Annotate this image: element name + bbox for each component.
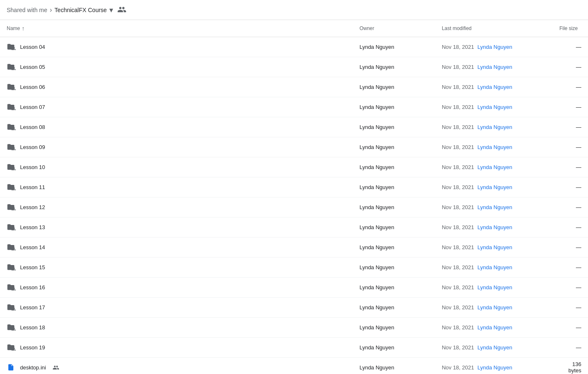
shared-folder-icon <box>7 303 15 311</box>
file-size: — <box>553 337 588 357</box>
file-owner: Lynda Nguyen <box>353 317 435 337</box>
file-name-cell: Lesson 16 <box>7 283 346 291</box>
file-name-cell: Lesson 08 <box>7 123 346 131</box>
file-modified: Nov 18, 2021Lynda Nguyen <box>435 237 553 257</box>
file-modified: Nov 18, 2021Lynda Nguyen <box>435 317 553 337</box>
file-owner: Lynda Nguyen <box>353 37 435 57</box>
table-row[interactable]: Lesson 09Lynda NguyenNov 18, 2021Lynda N… <box>0 137 588 157</box>
shared-folder-icon <box>7 283 15 291</box>
shared-people-icon[interactable] <box>117 5 126 15</box>
table-row[interactable]: Lesson 04Lynda NguyenNov 18, 2021Lynda N… <box>0 37 588 57</box>
file-size: — <box>553 57 588 77</box>
modified-date-text: Nov 18, 2021 <box>442 104 474 110</box>
shared-folder-icon <box>7 63 15 71</box>
file-owner: Lynda Nguyen <box>353 57 435 77</box>
column-header-size[interactable]: File size <box>553 20 588 37</box>
breadcrumb-current-folder: TechnicalFX Course ▾ <box>55 5 113 15</box>
file-name-text: Lesson 10 <box>20 164 45 170</box>
shared-folder-icon <box>7 323 15 331</box>
modified-by-text: Lynda Nguyen <box>477 284 512 291</box>
table-row[interactable]: Lesson 15Lynda NguyenNov 18, 2021Lynda N… <box>0 257 588 277</box>
modified-date-text: Nov 18, 2021 <box>442 304 474 311</box>
modified-by-text: Lynda Nguyen <box>477 324 512 331</box>
table-row[interactable]: Lesson 19Lynda NguyenNov 18, 2021Lynda N… <box>0 337 588 357</box>
file-name-text: Lesson 12 <box>20 204 45 210</box>
file-modified: Nov 18, 2021Lynda Nguyen <box>435 337 553 357</box>
file-modified: Nov 18, 2021Lynda Nguyen <box>435 357 553 374</box>
file-name-cell: Lesson 14 <box>7 243 346 251</box>
modified-date-text: Nov 18, 2021 <box>442 244 474 250</box>
modified-by-text: Lynda Nguyen <box>477 184 512 190</box>
table-row[interactable]: Lesson 12Lynda NguyenNov 18, 2021Lynda N… <box>0 197 588 217</box>
modified-date-text: Nov 18, 2021 <box>442 184 474 190</box>
table-row[interactable]: Lesson 08Lynda NguyenNov 18, 2021Lynda N… <box>0 117 588 137</box>
table-row[interactable]: Lesson 10Lynda NguyenNov 18, 2021Lynda N… <box>0 157 588 177</box>
modified-by-text: Lynda Nguyen <box>477 44 512 50</box>
file-modified: Nov 18, 2021Lynda Nguyen <box>435 177 553 197</box>
file-owner: Lynda Nguyen <box>353 117 435 137</box>
file-list-table: Name ↑ Owner Last modified File size Les… <box>0 20 588 374</box>
file-name-text: Lesson 14 <box>20 244 45 250</box>
file-name-text: Lesson 05 <box>20 64 45 70</box>
shared-folder-icon <box>7 223 15 231</box>
shared-folder-icon <box>7 143 15 151</box>
file-name-cell: Lesson 10 <box>7 163 346 171</box>
file-name-text: Lesson 06 <box>20 84 45 90</box>
table-row[interactable]: Lesson 11Lynda NguyenNov 18, 2021Lynda N… <box>0 177 588 197</box>
shared-folder-icon <box>7 203 15 211</box>
breadcrumb-chevron-icon: › <box>50 6 52 14</box>
file-owner: Lynda Nguyen <box>353 277 435 297</box>
breadcrumb-parent-link[interactable]: Shared with me <box>7 7 47 13</box>
file-size: — <box>553 37 588 57</box>
file-name-cell: Lesson 19 <box>7 343 346 351</box>
file-size: — <box>553 157 588 177</box>
table-row[interactable]: desktop.ini Lynda NguyenNov 18, 2021Lynd… <box>0 357 588 374</box>
file-name-text: Lesson 18 <box>20 324 45 331</box>
table-row[interactable]: Lesson 13Lynda NguyenNov 18, 2021Lynda N… <box>0 217 588 237</box>
modified-by-text: Lynda Nguyen <box>477 164 512 170</box>
modified-date-text: Nov 18, 2021 <box>442 84 474 90</box>
file-modified: Nov 18, 2021Lynda Nguyen <box>435 157 553 177</box>
file-name-cell: Lesson 12 <box>7 203 346 211</box>
column-header-modified[interactable]: Last modified <box>435 20 553 37</box>
file-name-text: Lesson 08 <box>20 124 45 130</box>
file-size: — <box>553 177 588 197</box>
table-row[interactable]: Lesson 05Lynda NguyenNov 18, 2021Lynda N… <box>0 57 588 77</box>
file-modified: Nov 18, 2021Lynda Nguyen <box>435 117 553 137</box>
file-size: — <box>553 217 588 237</box>
file-owner: Lynda Nguyen <box>353 137 435 157</box>
modified-date-text: Nov 18, 2021 <box>442 224 474 230</box>
file-modified: Nov 18, 2021Lynda Nguyen <box>435 57 553 77</box>
table-row[interactable]: Lesson 17Lynda NguyenNov 18, 2021Lynda N… <box>0 297 588 317</box>
file-modified: Nov 18, 2021Lynda Nguyen <box>435 97 553 117</box>
file-modified: Nov 18, 2021Lynda Nguyen <box>435 137 553 157</box>
breadcrumb-current-label: TechnicalFX Course <box>55 7 107 13</box>
file-name-text: Lesson 15 <box>20 264 45 270</box>
column-header-owner[interactable]: Owner <box>353 20 435 37</box>
modified-by-text: Lynda Nguyen <box>477 84 512 90</box>
table-row[interactable]: Lesson 07Lynda NguyenNov 18, 2021Lynda N… <box>0 97 588 117</box>
modified-date-text: Nov 18, 2021 <box>442 284 474 291</box>
table-row[interactable]: Lesson 18Lynda NguyenNov 18, 2021Lynda N… <box>0 317 588 337</box>
table-row[interactable]: Lesson 14Lynda NguyenNov 18, 2021Lynda N… <box>0 237 588 257</box>
file-name-cell: Lesson 04 <box>7 43 346 51</box>
table-row[interactable]: Lesson 06Lynda NguyenNov 18, 2021Lynda N… <box>0 77 588 97</box>
file-size: — <box>553 117 588 137</box>
sort-ascending-icon: ↑ <box>22 25 25 32</box>
file-size: — <box>553 97 588 117</box>
column-header-name[interactable]: Name ↑ <box>0 20 353 37</box>
modified-date-text: Nov 18, 2021 <box>442 264 474 270</box>
table-row[interactable]: Lesson 16Lynda NguyenNov 18, 2021Lynda N… <box>0 277 588 297</box>
file-name-text: Lesson 07 <box>20 104 45 110</box>
breadcrumb-dropdown-icon[interactable]: ▾ <box>109 5 113 15</box>
file-modified: Nov 18, 2021Lynda Nguyen <box>435 37 553 57</box>
file-modified: Nov 18, 2021Lynda Nguyen <box>435 277 553 297</box>
modified-by-text: Lynda Nguyen <box>477 264 512 270</box>
file-name-cell: Lesson 11 <box>7 183 346 191</box>
modified-by-text: Lynda Nguyen <box>477 224 512 230</box>
file-size: — <box>553 137 588 157</box>
file-owner: Lynda Nguyen <box>353 357 435 374</box>
modified-date-text: Nov 18, 2021 <box>442 144 474 150</box>
modified-by-text: Lynda Nguyen <box>477 244 512 250</box>
modified-by-text: Lynda Nguyen <box>477 144 512 150</box>
